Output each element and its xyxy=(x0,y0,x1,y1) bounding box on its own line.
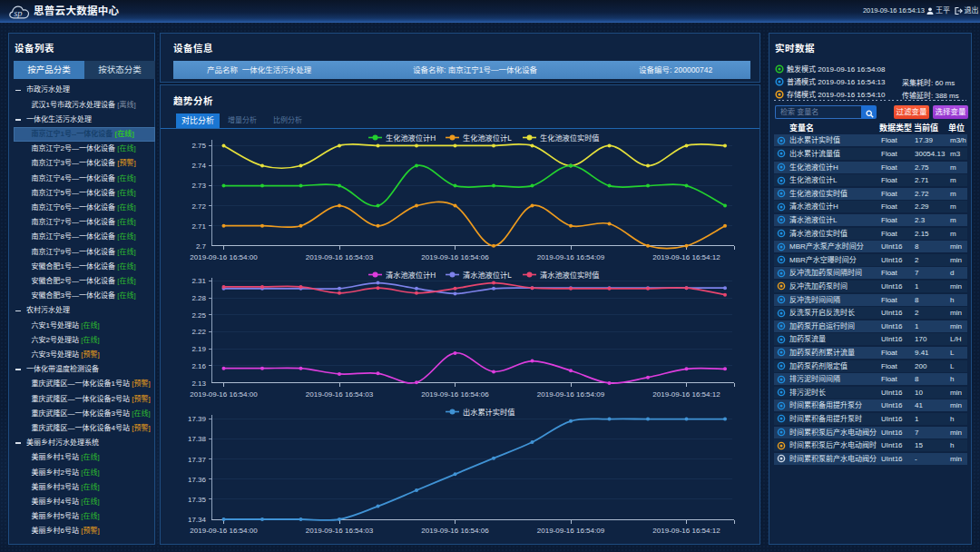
svg-text:2019-09-16 16:54:06: 2019-09-16 16:54:06 xyxy=(421,527,489,535)
svg-text:2.25: 2.25 xyxy=(191,311,206,320)
svg-text:17.38: 17.38 xyxy=(188,435,207,443)
svg-text:2.72: 2.72 xyxy=(191,202,206,211)
svg-text:17.35: 17.35 xyxy=(188,496,207,504)
svg-text:2.16: 2.16 xyxy=(191,362,206,370)
svg-text:2019-09-16 16:54:09: 2019-09-16 16:54:09 xyxy=(537,253,605,261)
svg-text:2.7: 2.7 xyxy=(196,242,207,251)
svg-text:2.73: 2.73 xyxy=(191,182,206,190)
svg-text:2019-09-16 16:54:03: 2019-09-16 16:54:03 xyxy=(306,527,374,535)
svg-text:2.22: 2.22 xyxy=(191,328,206,336)
svg-text:17.37: 17.37 xyxy=(188,456,207,464)
svg-text:2019-09-16 16:54:03: 2019-09-16 16:54:03 xyxy=(306,390,374,399)
svg-text:2019-09-16 16:54:00: 2019-09-16 16:54:00 xyxy=(190,253,258,261)
svg-text:清水池液位计L: 清水池液位计L xyxy=(463,271,512,280)
svg-text:17.36: 17.36 xyxy=(188,476,207,484)
svg-text:2019-09-16 16:54:03: 2019-09-16 16:54:03 xyxy=(306,253,374,261)
svg-text:17.39: 17.39 xyxy=(188,415,207,423)
svg-text:生化池液位计H: 生化池液位计H xyxy=(386,133,436,143)
svg-text:2.71: 2.71 xyxy=(191,222,206,231)
svg-text:2019-09-16 16:54:06: 2019-09-16 16:54:06 xyxy=(421,253,489,261)
svg-text:2019-09-16 16:54:06: 2019-09-16 16:54:06 xyxy=(421,390,489,399)
svg-text:2.74: 2.74 xyxy=(191,162,206,170)
svg-text:2019-09-16 16:54:09: 2019-09-16 16:54:09 xyxy=(537,390,605,399)
svg-text:清水池液位计H: 清水池液位计H xyxy=(386,271,436,280)
svg-text:2.75: 2.75 xyxy=(191,142,206,150)
svg-text:2019-09-16 16:54:12: 2019-09-16 16:54:12 xyxy=(652,253,720,261)
svg-text:生化池液位计L: 生化池液位计L xyxy=(463,133,512,143)
svg-text:清水池液位实时值: 清水池液位实时值 xyxy=(540,271,600,280)
svg-text:2019-09-16 16:54:12: 2019-09-16 16:54:12 xyxy=(652,390,720,399)
svg-text:sp: sp xyxy=(14,8,22,18)
svg-text:2019-09-16 16:54:00: 2019-09-16 16:54:00 xyxy=(190,390,258,399)
svg-text:2019-09-16 16:54:09: 2019-09-16 16:54:09 xyxy=(537,527,605,535)
svg-text:2.31: 2.31 xyxy=(191,277,206,285)
svg-text:2.28: 2.28 xyxy=(191,294,206,302)
svg-text:2019-09-16 16:54:12: 2019-09-16 16:54:12 xyxy=(652,527,720,535)
svg-text:17.34: 17.34 xyxy=(188,516,207,524)
svg-text:2.13: 2.13 xyxy=(191,380,206,388)
svg-text:2.19: 2.19 xyxy=(191,345,206,353)
svg-text:2019-09-16 16:54:00: 2019-09-16 16:54:00 xyxy=(190,527,258,535)
svg-text:出水累计实时值: 出水累计实时值 xyxy=(463,408,514,417)
svg-text:生化池液位实时值: 生化池液位实时值 xyxy=(540,133,600,143)
